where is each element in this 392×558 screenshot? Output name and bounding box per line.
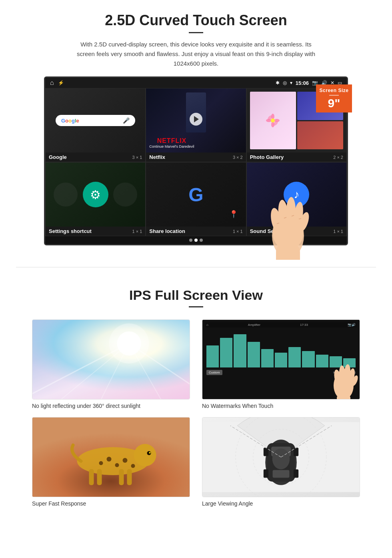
feature-grid: No light reflecting under 360° direct su…: [24, 319, 368, 507]
photo-thumb-2: [297, 121, 343, 150]
feature-img-response: [32, 417, 190, 497]
bluetooth-icon: ✱: [276, 80, 280, 86]
app-cell-sound[interactable]: ♪ Sound Search 1 × 1: [246, 162, 347, 236]
play-button[interactable]: [190, 113, 202, 126]
photos-label-row: Photo Gallery 2 × 2: [247, 153, 346, 162]
feature-viewing: Large Viewing Angle: [202, 417, 360, 507]
svg-rect-47: [127, 469, 132, 485]
maps-app-inner: G 📍: [146, 163, 246, 227]
netflix-app-inner: NETFLIX Continue Marvel's Daredevil: [146, 88, 246, 153]
svg-point-40: [115, 463, 119, 467]
netflix-size: 3 × 2: [233, 155, 243, 160]
amp-hand-svg: [324, 349, 360, 399]
feature-response: Super Fast Response: [32, 417, 190, 507]
amp-home-icon: ⌂: [206, 323, 208, 327]
svg-rect-15: [276, 244, 300, 260]
svg-rect-59: [264, 470, 268, 478]
photo-main: [250, 92, 296, 149]
amp-status-bar: ⌂ Amplifier 17:33 📷🔊: [205, 322, 357, 327]
svg-point-43: [131, 464, 135, 468]
dot-1: [189, 239, 192, 242]
svg-point-7: [271, 118, 275, 122]
eq-bar-8: [302, 351, 314, 367]
mic-icon[interactable]: 🎤: [123, 117, 130, 124]
eq-bar-7: [288, 347, 301, 367]
maps-pin-icon: 📍: [229, 210, 238, 219]
svg-rect-60: [294, 470, 298, 478]
svg-rect-35: [337, 393, 350, 399]
app-cell-netflix[interactable]: NETFLIX Continue Marvel's Daredevil Netf…: [146, 88, 246, 162]
app-grid-row2: ⚙ Settings shortcut 1 × 1 G: [45, 162, 347, 236]
google-o2: o: [68, 118, 72, 124]
section-ips: IPS Full Screen View: [0, 279, 392, 519]
google-o1: o: [65, 118, 68, 124]
cheetah-svg: [32, 417, 190, 497]
svg-rect-46: [119, 469, 124, 485]
curved-description: With 2.5D curved-display screen, this de…: [76, 40, 316, 68]
svg-rect-56: [273, 470, 290, 478]
amp-time: 17:33: [300, 323, 308, 327]
response-caption: Super Fast Response: [32, 500, 190, 507]
status-left: ⌂ ⚡: [50, 79, 64, 86]
sound-size: 1 × 1: [333, 229, 343, 234]
settings-app-inner: ⚙: [46, 163, 145, 227]
cheetah-image: [32, 417, 190, 497]
google-g: G: [61, 118, 65, 124]
svg-point-61: [272, 448, 290, 469]
svg-point-27: [109, 323, 149, 363]
wifi-icon: ▾: [290, 80, 292, 86]
svg-rect-45: [97, 469, 102, 485]
svg-point-42: [123, 458, 128, 463]
eq-bar-4: [248, 342, 260, 367]
section-divider-hr: [16, 267, 376, 267]
sound-icon-circle: ♪: [284, 182, 309, 207]
svg-rect-20: [32, 319, 190, 399]
amp-custom-button[interactable]: Custom: [206, 370, 222, 375]
device-wrapper: Screen Size 9" ⌂ ⚡ ✱ ◎ ▾ 15:06 📷 🔊 ✕: [44, 76, 348, 245]
maps-g-icon: G: [188, 184, 203, 206]
maps-label: Share location: [149, 228, 185, 234]
device-screen: ⌂ ⚡ ✱ ◎ ▾ 15:06 📷 🔊 ✕ ▭: [44, 76, 348, 245]
location-icon: ◎: [283, 80, 287, 86]
app-cell-settings[interactable]: ⚙ Settings shortcut 1 × 1: [45, 162, 146, 236]
app-cell-maps[interactable]: G 📍 Share location 1 × 1: [146, 162, 246, 236]
netflix-logo: NETFLIX: [149, 137, 194, 145]
google-e: e: [76, 118, 79, 124]
svg-rect-58: [294, 448, 298, 456]
netflix-subtitle: Continue Marvel's Daredevil: [149, 145, 194, 149]
music-note-icon: ♪: [294, 188, 299, 201]
section-curved: 2.5D Curved Touch Screen With 2.5D curve…: [0, 0, 392, 255]
sound-app-inner: ♪: [247, 163, 346, 227]
amp-title-text: Amplifier: [248, 323, 260, 327]
svg-point-38: [134, 444, 156, 466]
screen-size-badge: Screen Size 9": [316, 84, 352, 112]
feature-img-sunlight: [32, 319, 190, 399]
car-image: [202, 417, 360, 497]
svg-point-39: [107, 457, 112, 462]
app-grid-row1: Google 🎤 Google 3 × 1: [45, 88, 347, 162]
app-cell-google[interactable]: Google 🎤 Google 3 × 1: [45, 88, 146, 162]
svg-point-41: [99, 461, 103, 465]
feature-sunlight: No light reflecting under 360° direct su…: [32, 319, 190, 409]
photos-label: Photo Gallery: [250, 154, 284, 160]
settings-icon-circle: ⚙: [83, 182, 108, 207]
feature-img-viewing: [202, 417, 360, 497]
eq-bar-2: [220, 338, 232, 367]
settings-label-row: Settings shortcut 1 × 1: [46, 227, 145, 236]
google-app-inner: Google 🎤: [46, 88, 145, 153]
svg-point-49: [149, 452, 151, 454]
viewing-caption: Large Viewing Angle: [202, 500, 360, 507]
google-label: Google: [49, 154, 67, 160]
eq-bar-3: [234, 334, 246, 367]
svg-rect-57: [264, 448, 268, 456]
eq-bar-5: [261, 349, 274, 367]
google-search-bar[interactable]: Google 🎤: [56, 115, 135, 126]
badge-size: 9": [318, 97, 350, 109]
title-divider: [189, 32, 203, 33]
eq-bar-6: [275, 353, 287, 367]
maps-size: 1 × 1: [233, 229, 243, 234]
home-icon[interactable]: ⌂: [50, 79, 54, 86]
curved-title: 2.5D Curved Touch Screen: [24, 12, 368, 29]
sky-svg: [32, 319, 190, 399]
svg-rect-44: [89, 469, 94, 485]
